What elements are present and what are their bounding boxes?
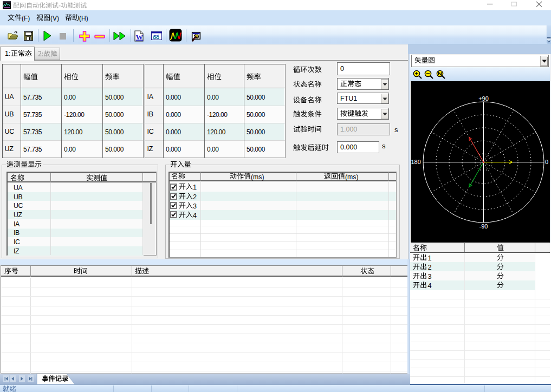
- svg-text:-90: -90: [479, 223, 488, 230]
- svg-text:180: 180: [411, 159, 421, 165]
- svg-text:+90: +90: [478, 95, 489, 102]
- svg-text:W: W: [136, 33, 144, 41]
- svg-text:0: 0: [545, 159, 548, 165]
